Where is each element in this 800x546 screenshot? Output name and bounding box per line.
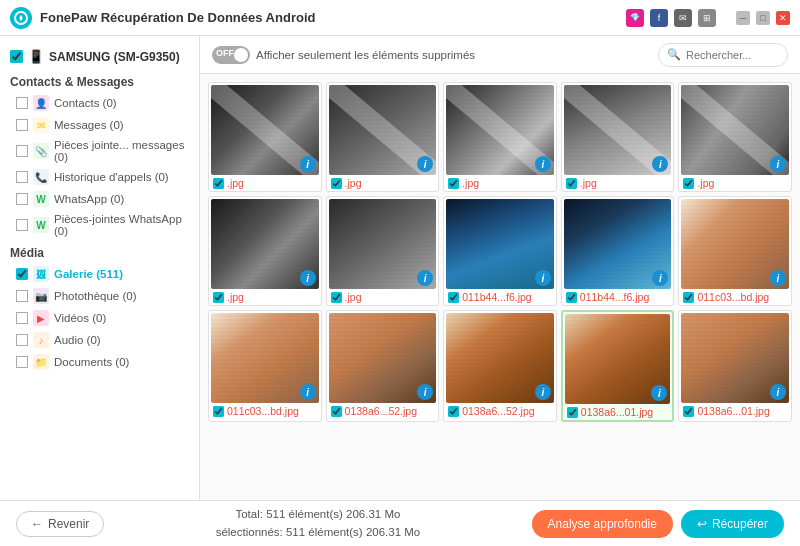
status-text: Total: 511 élément(s) 206.31 Mo sélectio… — [216, 506, 421, 541]
info-button-10[interactable]: i — [770, 270, 786, 286]
device-checkbox[interactable] — [10, 50, 23, 63]
back-button[interactable]: ← Revenir — [16, 511, 104, 537]
sidebar-item-documents[interactable]: 📁 Documents (0) — [0, 351, 199, 373]
info-button-8[interactable]: i — [535, 270, 551, 286]
minimize-button[interactable]: ─ — [736, 11, 750, 25]
sidebar-item-audio[interactable]: ♪ Audio (0) — [0, 329, 199, 351]
cb-messages — [16, 119, 28, 131]
status-total: Total: 511 élément(s) 206.31 Mo — [216, 506, 421, 523]
sidebar-item-galerie[interactable]: 🖼 Galerie (511) — [0, 263, 199, 285]
grid-checkbox-7[interactable] — [331, 292, 342, 303]
cb-pieces — [16, 145, 28, 157]
grid-filename-11: 011c03...bd.jpg — [227, 405, 299, 417]
info-button-1[interactable]: i — [300, 156, 316, 172]
info-button-9[interactable]: i — [652, 270, 668, 286]
sidebar-item-whatsapp[interactable]: W WhatsApp (0) — [0, 188, 199, 210]
toggle-off-label: OFF — [216, 48, 234, 58]
thumbnail-10: i — [681, 199, 789, 289]
info-button-7[interactable]: i — [417, 270, 433, 286]
info-button-11[interactable]: i — [300, 384, 316, 400]
grid-checkbox-8[interactable] — [448, 292, 459, 303]
restore-button[interactable]: □ — [756, 11, 770, 25]
cb-pieces-whatsapp — [16, 219, 28, 231]
grid-label-14: 0138a6...01.jpg — [565, 404, 671, 418]
grid-item-14[interactable]: i0138a6...01.jpg — [561, 310, 675, 422]
image-grid: i.jpgi.jpgi.jpgi.jpgi.jpgi.jpgi.jpgi011b… — [200, 74, 800, 500]
grid-checkbox-10[interactable] — [683, 292, 694, 303]
toggle-track[interactable]: OFF — [212, 46, 250, 64]
grid-checkbox-3[interactable] — [448, 178, 459, 189]
grid-checkbox-5[interactable] — [683, 178, 694, 189]
app-logo — [10, 7, 32, 29]
info-button-5[interactable]: i — [770, 156, 786, 172]
analyse-button[interactable]: Analyse approfondie — [532, 510, 673, 538]
toolbar-icon-3[interactable]: ✉ — [674, 9, 692, 27]
toggle-switch[interactable]: OFF Afficher seulement les éléments supp… — [212, 46, 475, 64]
cb-galerie[interactable] — [16, 268, 28, 280]
toolbar-icon-1[interactable]: 💎 — [626, 9, 644, 27]
info-button-3[interactable]: i — [535, 156, 551, 172]
device-label: SAMSUNG (SM-G9350) — [49, 50, 180, 64]
sidebar-item-messages[interactable]: ✉ Messages (0) — [0, 114, 199, 136]
messages-icon: ✉ — [33, 117, 49, 133]
thumbnail-8: i — [446, 199, 554, 289]
grid-item-1[interactable]: i.jpg — [208, 82, 322, 192]
thumbnail-1: i — [211, 85, 319, 175]
grid-filename-3: .jpg — [462, 177, 479, 189]
grid-checkbox-4[interactable] — [566, 178, 577, 189]
grid-item-5[interactable]: i.jpg — [678, 82, 792, 192]
grid-item-8[interactable]: i011b44...f6.jpg — [443, 196, 557, 306]
grid-checkbox-2[interactable] — [331, 178, 342, 189]
info-button-13[interactable]: i — [535, 384, 551, 400]
phototheque-icon: 📷 — [33, 288, 49, 304]
grid-checkbox-13[interactable] — [448, 406, 459, 417]
toolbar-icon-2[interactable]: f — [650, 9, 668, 27]
sidebar-item-pieces-jointes[interactable]: 📎 Pièces jointe... messages (0) — [0, 136, 199, 166]
grid-checkbox-12[interactable] — [331, 406, 342, 417]
search-box[interactable]: 🔍 — [658, 43, 788, 67]
sidebar-item-historique[interactable]: 📞 Historique d'appels (0) — [0, 166, 199, 188]
sidebar-item-pieces-whatsapp[interactable]: W Pièces-jointes WhatsApp (0) — [0, 210, 199, 240]
grid-item-7[interactable]: i.jpg — [326, 196, 440, 306]
grid-item-11[interactable]: i011c03...bd.jpg — [208, 310, 322, 422]
info-button-6[interactable]: i — [300, 270, 316, 286]
grid-item-12[interactable]: i0138a6...52.jpg — [326, 310, 440, 422]
info-button-12[interactable]: i — [417, 384, 433, 400]
cb-docs — [16, 356, 28, 368]
recover-button[interactable]: ↩ Récupérer — [681, 510, 784, 538]
app-title: FonePaw Récupération De Données Android — [40, 10, 315, 25]
grid-item-13[interactable]: i0138a6...52.jpg — [443, 310, 557, 422]
sidebar-item-contacts[interactable]: 👤 Contacts (0) — [0, 92, 199, 114]
search-input[interactable] — [686, 49, 779, 61]
videos-icon: ▶ — [33, 310, 49, 326]
grid-item-2[interactable]: i.jpg — [326, 82, 440, 192]
pieces-whatsapp-label: Pièces-jointes WhatsApp (0) — [54, 213, 189, 237]
grid-item-3[interactable]: i.jpg — [443, 82, 557, 192]
grid-item-6[interactable]: i.jpg — [208, 196, 322, 306]
grid-item-10[interactable]: i011c03...bd.jpg — [678, 196, 792, 306]
grid-filename-4: .jpg — [580, 177, 597, 189]
grid-label-13: 0138a6...52.jpg — [446, 403, 554, 417]
info-button-15[interactable]: i — [770, 384, 786, 400]
grid-item-4[interactable]: i.jpg — [561, 82, 675, 192]
info-button-14[interactable]: i — [651, 385, 667, 401]
grid-checkbox-1[interactable] — [213, 178, 224, 189]
whatsapp-icon: W — [33, 191, 49, 207]
action-buttons: Analyse approfondie ↩ Récupérer — [532, 510, 784, 538]
grid-item-15[interactable]: i0138a6...01.jpg — [678, 310, 792, 422]
grid-item-9[interactable]: i011b44...f6.jpg — [561, 196, 675, 306]
toolbar-icon-4[interactable]: ⊞ — [698, 9, 716, 27]
grid-checkbox-6[interactable] — [213, 292, 224, 303]
cb-photo — [16, 290, 28, 302]
grid-checkbox-9[interactable] — [566, 292, 577, 303]
sidebar-item-videos[interactable]: ▶ Vidéos (0) — [0, 307, 199, 329]
sidebar-item-phototheque[interactable]: 📷 Photothèque (0) — [0, 285, 199, 307]
grid-checkbox-15[interactable] — [683, 406, 694, 417]
grid-label-4: .jpg — [564, 175, 672, 189]
device-header[interactable]: 📱 SAMSUNG (SM-G9350) — [0, 44, 199, 69]
grid-checkbox-11[interactable] — [213, 406, 224, 417]
close-button[interactable]: ✕ — [776, 11, 790, 25]
grid-label-7: .jpg — [329, 289, 437, 303]
grid-checkbox-14[interactable] — [567, 407, 578, 418]
grid-label-15: 0138a6...01.jpg — [681, 403, 789, 417]
